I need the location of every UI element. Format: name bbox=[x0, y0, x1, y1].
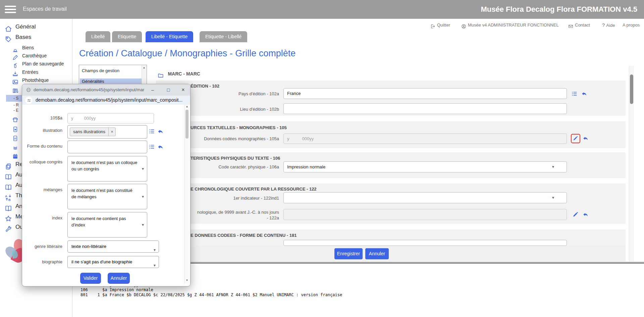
quitter-link[interactable]: Quitter bbox=[430, 21, 450, 29]
sidebar-item-calendar[interactable] bbox=[12, 152, 22, 159]
sidebar-item-an[interactable]: An bbox=[5, 203, 22, 212]
input-pays-edition-102a[interactable]: France bbox=[283, 88, 567, 99]
user-account-link[interactable]: Musée v4 ADMINISTRATEUR FONCTIONNEL bbox=[461, 21, 559, 29]
site-settings-icon-circle[interactable] bbox=[25, 97, 33, 104]
undo-icon[interactable] bbox=[582, 135, 589, 142]
input-lieu-edition-102b[interactable] bbox=[283, 103, 567, 114]
marc-preview-line: 801 1 $a France $b DECALOG $c 22/08/2025… bbox=[80, 293, 342, 297]
sidebar-subitem-e[interactable]: - E bbox=[13, 108, 18, 113]
undo-icon[interactable] bbox=[581, 91, 587, 97]
popup-annuler-button[interactable]: Annuler bbox=[108, 273, 130, 284]
tray-download-icon bbox=[12, 71, 18, 77]
minimize-button[interactable]: – bbox=[149, 86, 157, 94]
sidebar-item-au2[interactable]: Au bbox=[5, 182, 22, 191]
image-icon bbox=[12, 79, 18, 85]
chip-remove-icon[interactable]: × bbox=[108, 128, 115, 136]
popup-select-biographie[interactable]: il ne s'agit pas d'une biographie ▾ bbox=[67, 256, 159, 268]
annuler-button[interactable]: Annuler bbox=[365, 248, 389, 259]
pencil-icon[interactable] bbox=[572, 211, 579, 218]
scroll-up-icon[interactable]: ▲ bbox=[185, 105, 189, 109]
sidebar-item-phototheque[interactable]: Photothèque bbox=[12, 77, 49, 85]
chevron-down-icon: ▾ bbox=[552, 193, 554, 203]
popup-input-105a[interactable]: y000yy bbox=[67, 113, 154, 123]
popup-label-index: index bbox=[24, 215, 62, 220]
workspace-label[interactable]: Espaces de travail bbox=[23, 6, 67, 12]
tab-libelle-etiquette[interactable]: Libellé - Etiquette bbox=[146, 31, 193, 42]
enregistrer-button[interactable]: Enregistrer bbox=[334, 248, 363, 259]
calendar-icon bbox=[12, 153, 18, 160]
sidebar-item-biens[interactable]: Biens bbox=[12, 45, 34, 52]
sidebar-item-stack[interactable] bbox=[12, 143, 22, 150]
label-lieu-edition-102b: Lieu d'édition - 102b bbox=[178, 107, 279, 112]
popup-select-genre[interactable]: texte non-littéraire ▾ bbox=[67, 241, 159, 253]
popup-url-text[interactable]: demobam.decalog.net/formationv45/jsp/sys… bbox=[36, 97, 182, 103]
aide-link[interactable]: ?Aide bbox=[602, 21, 615, 29]
tune-icon bbox=[27, 98, 31, 103]
tag-icon bbox=[5, 36, 12, 43]
sidebar-item-au1[interactable]: Au bbox=[5, 171, 22, 180]
undo-icon[interactable] bbox=[157, 144, 164, 150]
apropos-link[interactable]: A propos bbox=[623, 21, 640, 29]
chip-sans-illustrations: sans illustrations × bbox=[70, 127, 116, 136]
list-icon[interactable] bbox=[149, 144, 155, 150]
wrench-icon bbox=[5, 225, 12, 233]
sidebar-subitem-r[interactable]: - R bbox=[13, 103, 19, 108]
popup-select-index[interactable]: le document ne contient pasd'index ▾ bbox=[67, 212, 147, 237]
label-code-physique-106a: Code caractér. physique - 106a bbox=[178, 164, 279, 169]
select-1er-indicateur-122ind1[interactable]: ▾ bbox=[283, 192, 567, 203]
main-scrollbar[interactable] bbox=[629, 66, 634, 262]
listbox-option-champs-gestion[interactable]: Champs de gestion bbox=[82, 68, 119, 73]
tab-etiquette-libelle[interactable]: Etiquette - Libellé bbox=[200, 31, 247, 42]
popup-scrollbar[interactable]: ▲ ▼ bbox=[184, 105, 189, 283]
sidebar-item-ou[interactable]: Ou bbox=[5, 224, 23, 232]
tab-etiquette[interactable]: Etiquette bbox=[112, 31, 142, 42]
list-icon[interactable] bbox=[571, 91, 578, 97]
undo-icon[interactable] bbox=[157, 128, 164, 135]
sidebar-item-entrees[interactable]: Entrées bbox=[12, 69, 38, 76]
folder-icon bbox=[158, 72, 164, 78]
popup-select-colloque[interactable]: le document n'est pas un colloqueou un c… bbox=[67, 156, 147, 181]
close-icon[interactable]: × bbox=[179, 86, 187, 94]
input-181-clipped[interactable] bbox=[283, 240, 567, 246]
popup-label-biographie: biographie bbox=[24, 259, 62, 264]
undo-icon[interactable] bbox=[582, 211, 589, 218]
scroll-down-icon[interactable]: ▼ bbox=[185, 279, 189, 283]
sidebar-item-re[interactable]: Re bbox=[5, 161, 23, 170]
main-scrollbar-thumb[interactable] bbox=[630, 74, 633, 104]
sidebar-item-general[interactable]: Général bbox=[5, 23, 36, 32]
hamburger-menu-icon[interactable] bbox=[5, 6, 16, 13]
sidebar-item-bibliotheque[interactable] bbox=[12, 86, 22, 93]
sidebar-item-plan-sauvegarde[interactable]: Plan de sauvegarde bbox=[12, 61, 64, 68]
sidebar-item-th[interactable]: ABTh bbox=[5, 192, 22, 201]
contact-link[interactable]: Contact bbox=[568, 21, 590, 29]
sidebar-item-box[interactable] bbox=[12, 115, 22, 122]
pen-icon bbox=[12, 54, 18, 61]
sidebar-item-bases[interactable]: Bases bbox=[5, 34, 31, 43]
sidebar-subitem-selected[interactable]: - S bbox=[13, 96, 18, 101]
book-icon bbox=[5, 183, 12, 191]
input-periode-122a[interactable] bbox=[283, 209, 567, 220]
tab-libelle[interactable]: Libellé bbox=[86, 31, 110, 42]
popup-input-forme-contenu[interactable] bbox=[67, 141, 147, 153]
scroll-up-icon[interactable]: ▲ bbox=[143, 66, 146, 69]
popup-input-illustration[interactable]: sans illustrations × bbox=[67, 125, 147, 139]
popup-select-melanges[interactable]: le document n'est pas constituéde mélang… bbox=[67, 184, 147, 209]
sidebar-item-me[interactable]: Me bbox=[5, 213, 23, 222]
listbox-scrollbar[interactable]: ▲ bbox=[142, 65, 146, 84]
sidebar-item-document[interactable] bbox=[12, 134, 22, 141]
sidebar-item-carotheque[interactable]: Carothèque bbox=[12, 53, 47, 60]
select-code-physique-106a[interactable]: Impression normale ▾ bbox=[283, 161, 567, 172]
section-title-106: TERISTIQUES PHYSIQUES DU TEXTE - 106 bbox=[191, 156, 280, 161]
top-bar: Espaces de travail Musée Flora Decalog F… bbox=[0, 0, 644, 19]
section-title-122: E CHRONOLOGIQUE COUVERTE PAR LA RESSOURC… bbox=[191, 187, 317, 192]
popup-scrollbar-thumb[interactable] bbox=[185, 110, 189, 139]
valider-button[interactable]: Valider bbox=[80, 273, 101, 284]
pencil-edit-highlighted[interactable] bbox=[571, 134, 580, 143]
list-icon[interactable] bbox=[149, 128, 155, 135]
input-donnees-codees-105a[interactable]: y000yy bbox=[283, 134, 567, 144]
popup-title-bar[interactable]: demobam.decalog.net/formationv45/jsp/sys… bbox=[22, 84, 190, 96]
sidebar-item-media-file[interactable] bbox=[12, 125, 22, 132]
marc-preview-line: 106 $a Impression normale bbox=[80, 287, 153, 292]
maximize-button[interactable]: □ bbox=[164, 86, 172, 94]
file-text-icon bbox=[12, 135, 18, 142]
